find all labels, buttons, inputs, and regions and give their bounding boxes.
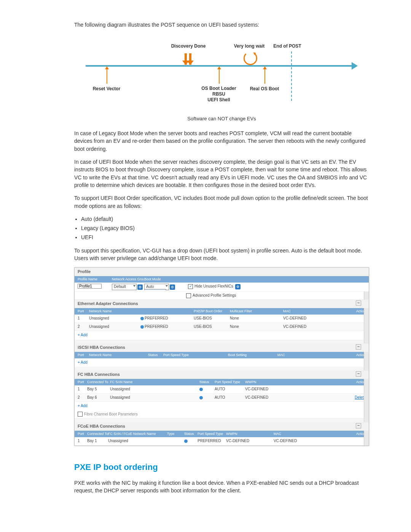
table-row: 2 Bay 6 Unassigned AUTO VC-DEFINED Delet… <box>75 394 369 402</box>
hdr-mac: MAC <box>274 431 308 436</box>
dashed-line <box>291 51 292 101</box>
hide-unused-label: Hide Unused FlexNICs <box>194 284 233 288</box>
status-icon <box>199 388 203 391</box>
hdr-action: Action <box>315 353 366 358</box>
table-row: 1 Bay 1 Unassigned PREFERRED VC-DEFINED … <box>75 437 369 446</box>
arrow-down-icon <box>189 53 191 65</box>
status-icon <box>184 439 188 443</box>
list-item: Legacy (Legacy BIOS) <box>81 224 369 232</box>
hdr-port: Port <box>78 353 89 358</box>
fibre-params-label: Fibre Channel Boot Parameters <box>84 412 138 417</box>
table-row: 1 Bay 5 Unassigned AUTO VC-DEFINED <box>75 385 369 394</box>
label-very-long-wait: Very long wait <box>234 43 265 50</box>
dropdown-option-auto[interactable]: Auto <box>145 289 166 290</box>
hide-unused-checkbox[interactable]: ✓ <box>188 284 193 289</box>
status-icon <box>199 396 203 399</box>
label-end-of-post: End of POST <box>273 43 301 50</box>
table-row: 2 Unassigned PREFERRED USE-BIOS None VC-… <box>75 323 369 331</box>
scrollbar[interactable] <box>364 268 369 445</box>
hdr-speed: Port Speed Type <box>198 431 226 436</box>
status-icon <box>140 317 144 320</box>
hdr-speed: Port Speed Type <box>163 353 228 358</box>
list-item: UEFI <box>81 233 369 241</box>
hdr-wwpn: WWPN <box>245 380 310 385</box>
hdr-network-name: Network Name <box>89 353 148 358</box>
add-iscsi-link[interactable]: + Add <box>75 358 369 367</box>
hdr-port: Port <box>78 309 89 314</box>
paragraph-legacy: In case of Legacy Boot Mode when the ser… <box>74 129 369 153</box>
label-reset-vector: Reset Vector <box>93 86 121 92</box>
fcoe-section-title: FCoE HBA Connections− <box>75 422 369 431</box>
diagram-caption: Software can NOT change EVs <box>74 115 369 123</box>
collapse-icon[interactable]: − <box>356 344 361 350</box>
paragraph-bootorder: To support UEFI Boot Order specification… <box>74 194 369 210</box>
hdr-action: Action <box>310 380 366 385</box>
hdr-connected-to: Connected To <box>87 431 108 436</box>
add-ethernet-link[interactable]: + Add <box>75 331 369 340</box>
status-icon <box>140 325 144 329</box>
uefi-post-sequence-diagram: Discovery Done Very long wait End of POS… <box>74 36 369 112</box>
hdr-type: Type <box>167 431 184 436</box>
ethernet-section-title: Ethernet Adapter Connections− <box>75 300 369 308</box>
arrow-up-icon <box>219 69 220 84</box>
hdr-status: Status <box>148 353 163 358</box>
fc-section-title: FC HBA Connections− <box>75 371 369 379</box>
arrow-up-icon <box>264 69 265 84</box>
hdr-connected-to: Connected To <box>87 380 110 385</box>
collapse-icon[interactable]: − <box>356 371 361 377</box>
hdr-pxe: PXE/IP Boot Order <box>194 309 230 314</box>
paragraph-vcgui: To support this specification, VC-GUI ha… <box>74 247 369 262</box>
hdr-multicast: Multicast Filter <box>230 309 283 314</box>
hdr-mac: MAC <box>277 353 315 358</box>
hdr-action: Action <box>321 309 366 314</box>
arrow-up-icon <box>107 69 107 84</box>
hdr-boot-mode: Boot Mode <box>144 277 178 282</box>
add-fc-link[interactable]: + Add <box>75 402 369 411</box>
timeline-arrowhead-icon <box>352 62 358 70</box>
hdr-wwpn: WWPN <box>226 431 274 436</box>
hdr-status: Status <box>199 380 215 385</box>
boot-mode-dropdown[interactable]: Auto UEFI Legacy <box>144 289 166 290</box>
nag-select[interactable]: Default <box>112 284 137 290</box>
label-os-boot-loader: OS Boot Loader RBSU UEFI Shell <box>201 86 236 103</box>
profile-screenshot: Profile Profile Name Network Access Grou… <box>74 267 369 446</box>
hdr-network: FC SAN / FCoE Network Name <box>108 431 167 436</box>
collapse-icon[interactable]: − <box>356 300 361 306</box>
hdr-profile-name: Profile Name <box>78 277 112 282</box>
hdr-boot: Boot Setting <box>228 353 277 358</box>
hdr-nag: Network Access Group <box>112 277 144 282</box>
advanced-settings-label: Advanced Profile Settings <box>193 293 236 297</box>
hdr-port: Port <box>78 380 87 385</box>
gear-icon[interactable]: ⚙ <box>235 284 241 289</box>
advanced-settings-checkbox[interactable] <box>186 293 191 298</box>
label-real-os-boot: Real OS Boot <box>250 86 279 92</box>
list-item: Auto (default) <box>81 215 369 223</box>
label-discovery-done: Discovery Done <box>171 43 206 50</box>
loop-arrow-icon <box>244 51 257 65</box>
table-row: 1 Unassigned PREFERRED USE-BIOS None VC-… <box>75 315 369 323</box>
hdr-network-name: Network Name <box>89 309 144 314</box>
hdr-status: Status <box>184 431 198 436</box>
profile-name-input[interactable] <box>78 284 102 289</box>
paragraph-pxe: PXE works with the NIC by making it func… <box>74 479 369 495</box>
hdr-action: Action <box>308 431 366 436</box>
fibre-params-checkbox[interactable] <box>78 412 83 417</box>
hdr-mac: MAC <box>283 309 321 314</box>
hdr-speed: Port Speed Type <box>215 380 245 385</box>
delete-link[interactable]: Delete <box>310 395 366 401</box>
collapse-icon[interactable]: − <box>356 423 361 428</box>
iscsi-section-title: iSCSI HBA Connections− <box>75 343 369 352</box>
paragraph-uefi: In case of UEFI Boot Mode when the serve… <box>74 158 369 189</box>
hdr-port: Port <box>78 431 87 436</box>
heading-pxe: PXE IP boot ordering <box>74 461 369 473</box>
boot-mode-list: Auto (default) Legacy (Legacy BIOS) UEFI <box>81 215 369 241</box>
intro-paragraph: The following diagram illustrates the PO… <box>74 21 369 29</box>
profile-section-title: Profile <box>75 268 369 276</box>
gear-icon[interactable]: ⚙ <box>170 284 175 290</box>
hdr-san: FC SAN Name <box>110 380 199 385</box>
gear-icon[interactable]: ⚙ <box>137 284 143 290</box>
